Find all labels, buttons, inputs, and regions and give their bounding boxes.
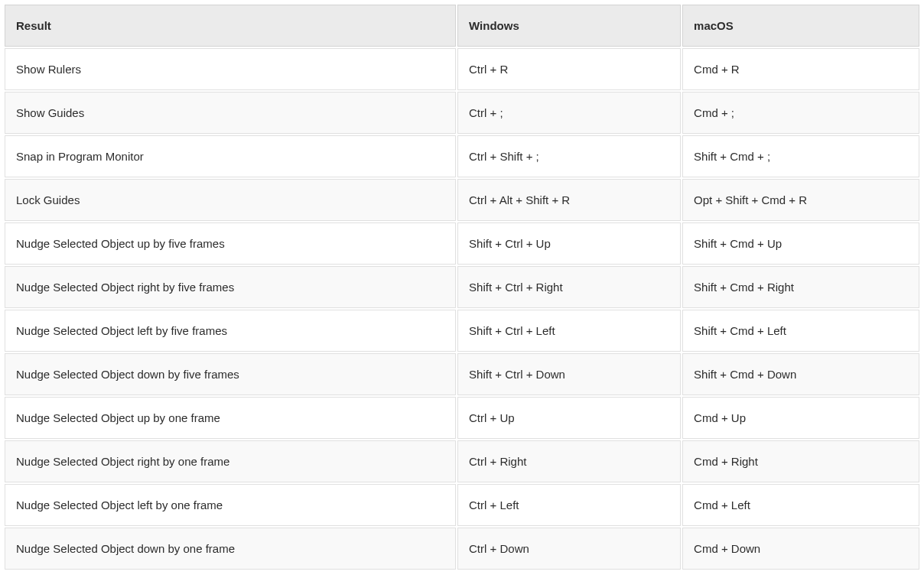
cell-windows: Shift + Ctrl + Up [457, 222, 681, 265]
cell-windows: Ctrl + Alt + Shift + R [457, 179, 681, 221]
cell-macos: Shift + Cmd + Left [682, 310, 919, 352]
cell-result: Nudge Selected Object right by one frame [5, 440, 456, 482]
header-macos: macOS [682, 5, 919, 47]
table-row: Nudge Selected Object left by five frame… [5, 310, 919, 352]
cell-macos: Cmd + ; [682, 92, 919, 134]
cell-macos: Shift + Cmd + Right [682, 266, 919, 308]
cell-result: Nudge Selected Object left by five frame… [5, 310, 456, 352]
cell-result: Nudge Selected Object up by one frame [5, 397, 456, 439]
table-row: Show Rulers Ctrl + R Cmd + R [5, 48, 919, 90]
cell-windows: Shift + Ctrl + Down [457, 353, 681, 395]
cell-windows: Shift + Ctrl + Left [457, 310, 681, 352]
table-row: Snap in Program Monitor Ctrl + Shift + ;… [5, 135, 919, 177]
cell-result: Snap in Program Monitor [5, 135, 456, 177]
cell-result: Lock Guides [5, 179, 456, 221]
table-header: Result Windows macOS [5, 5, 919, 47]
table-row: Nudge Selected Object down by five frame… [5, 353, 919, 395]
table-row: Nudge Selected Object up by five frames … [5, 222, 919, 265]
table-row: Lock Guides Ctrl + Alt + Shift + R Opt +… [5, 179, 919, 221]
cell-result: Nudge Selected Object up by five frames [5, 222, 456, 265]
cell-macos: Opt + Shift + Cmd + R [682, 179, 919, 221]
cell-result: Nudge Selected Object left by one frame [5, 484, 456, 526]
cell-macos: Shift + Cmd + Up [682, 222, 919, 265]
cell-macos: Cmd + Right [682, 440, 919, 482]
cell-windows: Ctrl + Shift + ; [457, 135, 681, 177]
cell-macos: Cmd + Down [682, 528, 919, 570]
header-windows: Windows [457, 5, 681, 47]
table-body: Show Rulers Ctrl + R Cmd + R Show Guides… [5, 48, 919, 570]
cell-macos: Cmd + R [682, 48, 919, 90]
table-row: Nudge Selected Object right by five fram… [5, 266, 919, 308]
cell-result: Show Guides [5, 92, 456, 134]
cell-windows: Ctrl + R [457, 48, 681, 90]
cell-windows: Ctrl + ; [457, 92, 681, 134]
table-row: Nudge Selected Object down by one frame … [5, 528, 919, 570]
cell-result: Show Rulers [5, 48, 456, 90]
header-result: Result [5, 5, 456, 47]
cell-result: Nudge Selected Object down by one frame [5, 528, 456, 570]
table-row: Nudge Selected Object left by one frame … [5, 484, 919, 526]
shortcuts-table: Result Windows macOS Show Rulers Ctrl + … [3, 3, 921, 571]
cell-windows: Ctrl + Up [457, 397, 681, 439]
cell-macos: Cmd + Up [682, 397, 919, 439]
table-row: Nudge Selected Object right by one frame… [5, 440, 919, 482]
cell-windows: Ctrl + Right [457, 440, 681, 482]
table-row: Nudge Selected Object up by one frame Ct… [5, 397, 919, 439]
cell-result: Nudge Selected Object right by five fram… [5, 266, 456, 308]
cell-windows: Ctrl + Down [457, 528, 681, 570]
cell-windows: Ctrl + Left [457, 484, 681, 526]
table-row: Show Guides Ctrl + ; Cmd + ; [5, 92, 919, 134]
cell-windows: Shift + Ctrl + Right [457, 266, 681, 308]
cell-result: Nudge Selected Object down by five frame… [5, 353, 456, 395]
cell-macos: Shift + Cmd + ; [682, 135, 919, 177]
cell-macos: Shift + Cmd + Down [682, 353, 919, 395]
cell-macos: Cmd + Left [682, 484, 919, 526]
